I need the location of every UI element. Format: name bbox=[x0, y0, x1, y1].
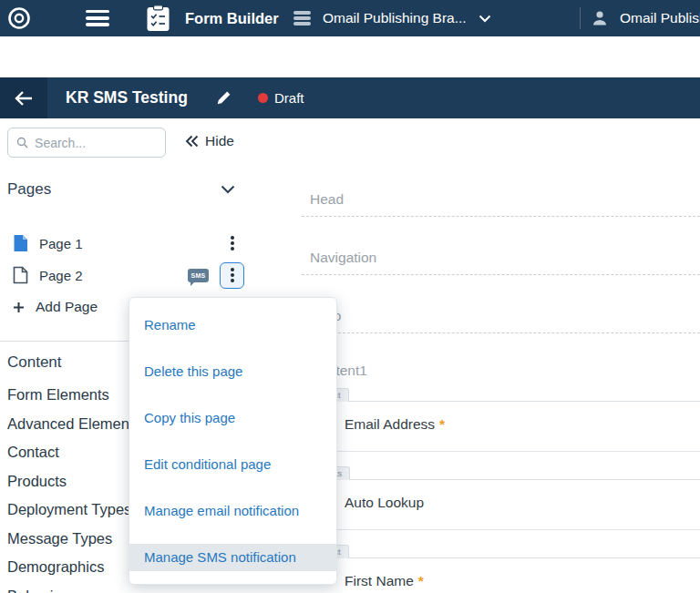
edit-pencil-icon[interactable] bbox=[216, 90, 232, 109]
search-icon bbox=[16, 136, 28, 149]
canvas-section-navigation: Navigation bbox=[302, 217, 700, 275]
page-1-label: Page 1 bbox=[39, 236, 83, 251]
search-input[interactable] bbox=[35, 136, 157, 150]
app-logo-icon[interactable] bbox=[7, 6, 31, 34]
field-label: First Name bbox=[345, 573, 414, 588]
hamburger-menu-icon[interactable] bbox=[86, 10, 109, 30]
chevron-down-icon bbox=[479, 15, 491, 23]
form-builder-screen: Form Builder Omail Publishing Bra... Oma… bbox=[0, 0, 700, 593]
page-filled-icon bbox=[13, 234, 28, 252]
sidebar-item-products[interactable]: Products bbox=[7, 467, 141, 496]
required-marker: * bbox=[439, 416, 445, 432]
page-2-label: Page 2 bbox=[39, 268, 83, 283]
menu-item-rename[interactable]: Rename bbox=[129, 312, 336, 339]
canvas-section-logo: Logo bbox=[302, 275, 700, 333]
form-title: KR SMS Testing bbox=[66, 77, 188, 118]
page-context-menu: Rename Delete this page Copy this page E… bbox=[129, 297, 337, 585]
back-button[interactable] bbox=[0, 77, 47, 118]
page-item-2[interactable]: Page 2 SMS bbox=[13, 261, 244, 289]
form-titlebar: KR SMS Testing Draft bbox=[0, 77, 700, 118]
sms-badge-label: SMS bbox=[190, 272, 205, 279]
kebab-icon bbox=[231, 234, 234, 253]
topbar-divider bbox=[580, 7, 581, 29]
content-section-header: Content bbox=[7, 353, 62, 372]
sidebar-item-advanced-elements[interactable]: Advanced Elements bbox=[7, 410, 141, 439]
draft-status-label: Draft bbox=[274, 77, 304, 118]
add-page-button[interactable]: Add Page bbox=[13, 299, 98, 315]
user-menu[interactable]: Omail Publishi bbox=[591, 0, 700, 36]
form-field-auto-lookup[interactable]: Auto Lookup bbox=[302, 480, 700, 529]
chevron-down-icon bbox=[221, 185, 235, 194]
brand-selector-dropdown[interactable]: Omail Publishing Bra... bbox=[293, 0, 491, 36]
canvas-section-content1: Content1 bbox=[302, 333, 700, 379]
page-outline-icon bbox=[13, 266, 28, 284]
menu-item-edit-conditional-page[interactable]: Edit conditional page bbox=[129, 451, 336, 478]
sidebar-item-form-elements[interactable]: Form Elements bbox=[7, 381, 141, 410]
menu-item-manage-email-notification[interactable]: Manage email notification bbox=[129, 497, 336, 525]
section-label-navigation: Navigation bbox=[310, 250, 376, 266]
form-group-contact-first-name: Contact First Name* bbox=[302, 557, 700, 593]
collapse-sidebar-button[interactable]: Hide bbox=[185, 133, 234, 149]
form-field-first-name[interactable]: First Name* bbox=[302, 558, 700, 593]
canvas-section-head: Head bbox=[302, 158, 700, 217]
back-arrow-icon bbox=[14, 90, 34, 107]
form-group-widgets: Widgets Auto Lookup bbox=[302, 479, 700, 530]
search-box bbox=[7, 128, 166, 158]
page-item-1[interactable]: Page 1 bbox=[13, 231, 244, 255]
form-field-email-address[interactable]: Email Address* bbox=[302, 402, 700, 451]
user-label: Omail Publishi bbox=[620, 10, 700, 26]
sidebar-item-message-types[interactable]: Message Types bbox=[7, 525, 141, 554]
brand-selector-label: Omail Publishing Bra... bbox=[323, 10, 467, 26]
sidebar-item-behavior[interactable]: Behavior bbox=[7, 582, 141, 593]
menu-item-manage-sms-notification[interactable]: Manage SMS notification bbox=[129, 544, 336, 571]
form-group-contact-email: Contact Email Address* bbox=[302, 401, 700, 452]
page-2-menu-button[interactable] bbox=[220, 262, 244, 289]
menu-item-delete-this-page[interactable]: Delete this page bbox=[129, 358, 336, 385]
pages-header-label: Pages bbox=[7, 180, 51, 199]
brand-stack-icon bbox=[293, 9, 311, 27]
page-1-menu-button[interactable] bbox=[220, 234, 244, 253]
plus-icon bbox=[13, 302, 25, 313]
sidebar-item-deployment-types[interactable]: Deployment Types bbox=[7, 496, 141, 525]
draft-status-dot bbox=[258, 93, 268, 103]
sms-notification-icon: SMS bbox=[188, 269, 209, 282]
add-page-label: Add Page bbox=[36, 299, 98, 315]
field-label: Auto Lookup bbox=[345, 495, 424, 510]
kebab-icon bbox=[231, 266, 234, 285]
form-builder-clipboard-icon bbox=[146, 5, 170, 36]
user-icon bbox=[591, 9, 609, 27]
section-label-head: Head bbox=[310, 191, 344, 208]
sidebar-item-demographics[interactable]: Demographics bbox=[7, 553, 141, 582]
double-chevron-left-icon bbox=[185, 135, 199, 148]
content-category-list: Form Elements Advanced Elements Contact … bbox=[7, 381, 141, 593]
hide-label: Hide bbox=[205, 133, 234, 149]
app-title: Form Builder bbox=[185, 0, 279, 36]
sidebar-item-contact[interactable]: Contact bbox=[7, 438, 141, 467]
field-label: Email Address bbox=[345, 416, 435, 432]
menu-item-copy-this-page[interactable]: Copy this page bbox=[129, 404, 336, 432]
pages-section-header[interactable]: Pages bbox=[7, 180, 235, 199]
top-navbar: Form Builder Omail Publishing Bra... Oma… bbox=[0, 0, 700, 36]
required-marker: * bbox=[418, 573, 424, 588]
